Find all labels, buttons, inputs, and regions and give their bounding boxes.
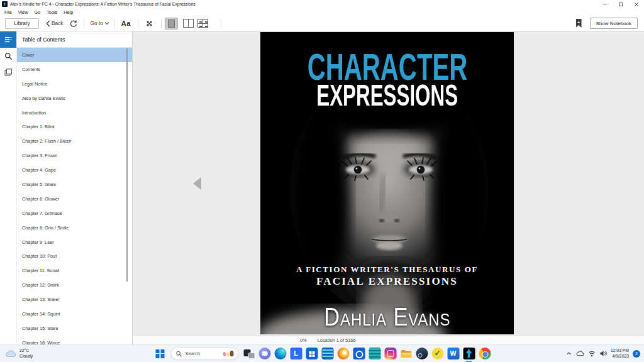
previous-page-arrow[interactable] xyxy=(193,177,201,190)
menu-item-tools[interactable]: Tools xyxy=(43,9,60,15)
kindle-app-icon xyxy=(2,1,8,7)
single-page-view-button[interactable] xyxy=(165,18,178,30)
cover-subtitle-line2: FACIAL EXPRESSIONS xyxy=(260,276,514,287)
taskbar-app-icons xyxy=(242,346,492,361)
toc-item-chapter-6-glower[interactable]: Chapter 6: Glower xyxy=(17,192,132,206)
toc-item-chapter-9-leer[interactable]: Chapter 9: Leer xyxy=(17,235,132,250)
toc-item-chapter-4-gape[interactable]: Chapter 4: Gape xyxy=(17,163,132,177)
taskbar-icon-comet[interactable] xyxy=(336,346,350,361)
single-page-icon xyxy=(168,19,175,28)
toc-item-chapter-1-blink[interactable]: Chapter 1: Blink xyxy=(17,119,132,134)
taskbar-icon-list-app[interactable] xyxy=(321,346,335,361)
windows-taskbar: 22°C Cloudy Search xyxy=(0,344,644,362)
toc-item-label: Chapter 15: Stare xyxy=(22,326,58,331)
two-page-view-button[interactable] xyxy=(183,19,194,28)
menu-item-file[interactable]: File xyxy=(1,9,15,15)
taskbar-icon-shield-check[interactable] xyxy=(431,346,445,361)
close-button[interactable] xyxy=(628,0,644,8)
fullscreen-button[interactable] xyxy=(145,19,153,28)
toc-item-label: Chapter 9: Leer xyxy=(22,239,54,245)
cloud-weather-icon xyxy=(5,349,16,358)
toc-item-chapter-10-pout[interactable]: Chapter 10: Pout xyxy=(17,249,132,263)
app-icon-glyph xyxy=(463,348,475,359)
clock-date: 4/9/2023 xyxy=(611,354,629,359)
onedrive-cloud-icon[interactable] xyxy=(576,350,584,357)
toc-item-chapter-8-grin-smile[interactable]: Chapter 8: Grin / Smile xyxy=(17,221,132,235)
speaker-volume-icon[interactable] xyxy=(599,350,607,357)
taskbar-clock[interactable]: 12:03 PM 4/9/2023 xyxy=(611,348,629,359)
taskbar-search-box[interactable]: Search xyxy=(171,347,239,360)
toc-item-cover[interactable]: Cover xyxy=(17,48,132,62)
toc-item-chapter-2-flush-blush[interactable]: Chapter 2: Flush / Blush xyxy=(17,134,132,148)
menu-item-view[interactable]: View xyxy=(15,9,31,15)
toc-item-chapter-16-wince[interactable]: Chapter 16: Wince xyxy=(17,336,132,344)
toc-item-chapter-11-scowl[interactable]: Chapter 11: Scowl xyxy=(17,263,132,278)
taskbar-icon-notes-app[interactable] xyxy=(368,346,382,361)
taskbar-icon-store[interactable] xyxy=(305,346,319,361)
toc-item-label: Chapter 1: Blink xyxy=(22,124,55,129)
toc-item-chapter-3-frown[interactable]: Chapter 3: Frown xyxy=(17,148,132,163)
toc-item-contents[interactable]: Contents xyxy=(17,62,132,77)
library-button[interactable]: Library xyxy=(5,18,39,29)
wifi-icon[interactable] xyxy=(588,350,596,357)
taskbar-icon-chrome[interactable] xyxy=(478,346,492,361)
minimize-button[interactable] xyxy=(597,0,613,8)
toc-scrollbar-thumb[interactable] xyxy=(126,48,128,282)
taskbar-icon-instagram[interactable] xyxy=(384,346,397,361)
taskbar-icon-ring-app[interactable] xyxy=(352,346,366,361)
taskbar-icon-kindle[interactable] xyxy=(462,346,476,361)
sync-button[interactable] xyxy=(69,19,77,28)
search-box-decoration xyxy=(223,351,234,356)
show-notebook-button[interactable]: Show Notebook xyxy=(590,18,638,29)
toc-item-label: Legal Notice xyxy=(22,81,48,87)
toc-item-label: Also by Dahlia Evans xyxy=(22,96,65,101)
toc-item-chapter-15-stare[interactable]: Chapter 15: Stare xyxy=(17,321,132,336)
taskbar-icon-word[interactable] xyxy=(447,346,460,361)
toc-item-introduction[interactable]: Introduction xyxy=(17,106,132,120)
weather-condition: Cloudy xyxy=(19,354,33,359)
toolbar-separator xyxy=(138,19,138,28)
toolbar: Library Back Go to Aa xyxy=(0,16,644,31)
app-icon-glyph xyxy=(337,348,349,359)
goto-dropdown[interactable]: Go to xyxy=(90,20,109,26)
toc-item-label: Chapter 11: Scowl xyxy=(22,268,59,273)
toc-panel-title: Table of Contents xyxy=(17,31,132,48)
toc-item-chapter-13-sneer[interactable]: Chapter 13: Sneer xyxy=(17,292,132,307)
cover-title-line2: EXPRESSIONS xyxy=(260,80,514,111)
bookmark-button[interactable] xyxy=(576,19,582,28)
toc-item-also-by-dahlia-evans[interactable]: Also by Dahlia Evans xyxy=(17,91,132,106)
toc-item-chapter-12-smirk[interactable]: Chapter 12: Smirk xyxy=(17,278,132,292)
taskbar-icon-l-app[interactable] xyxy=(289,346,303,361)
taskbar-icon-file-explorer[interactable] xyxy=(399,346,413,361)
toc-item-chapter-7-grimace[interactable]: Chapter 7: Grimace xyxy=(17,206,132,221)
toc-item-chapter-14-squint[interactable]: Chapter 14: Squint xyxy=(17,307,132,321)
toc-item-legal-notice[interactable]: Legal Notice xyxy=(17,77,132,91)
table-of-contents-tab[interactable] xyxy=(0,31,16,48)
flashcards-tab[interactable] xyxy=(0,64,16,80)
notification-badge[interactable]: 2 xyxy=(633,350,640,358)
maximize-button[interactable] xyxy=(613,0,628,8)
cover-author: Dahlia Evans xyxy=(260,304,514,329)
search-tab[interactable] xyxy=(0,48,16,64)
start-button[interactable] xyxy=(153,346,168,361)
close-icon xyxy=(634,2,639,7)
font-settings-button[interactable]: Aa xyxy=(121,19,131,27)
menu-item-go[interactable]: Go xyxy=(31,9,43,15)
chevron-up-icon[interactable] xyxy=(565,350,572,357)
search-icon xyxy=(176,351,182,357)
magazine-view-button[interactable] xyxy=(197,19,208,28)
back-button[interactable]: Back xyxy=(46,20,63,27)
toc-item-label: Chapter 12: Smirk xyxy=(22,282,59,288)
toc-item-chapter-5-glare[interactable]: Chapter 5: Glare xyxy=(17,177,132,192)
taskbar-icon-edge[interactable] xyxy=(274,346,287,361)
toc-item-label: Chapter 5: Glare xyxy=(22,182,56,187)
taskbar-center: Search xyxy=(153,345,492,362)
toc-item-label: Chapter 6: Glower xyxy=(22,196,59,202)
app-icon-glyph xyxy=(306,348,318,359)
menu-item-help[interactable]: Help xyxy=(60,9,76,15)
taskbar-weather-widget[interactable]: 22°C Cloudy xyxy=(5,345,33,362)
taskbar-icon-task-view[interactable] xyxy=(242,346,256,361)
kindle-app-window: Alex's Kindle for PC 4 - Character Expre… xyxy=(0,0,644,362)
taskbar-icon-chat[interactable] xyxy=(258,346,272,361)
taskbar-icon-steam[interactable] xyxy=(415,346,429,361)
